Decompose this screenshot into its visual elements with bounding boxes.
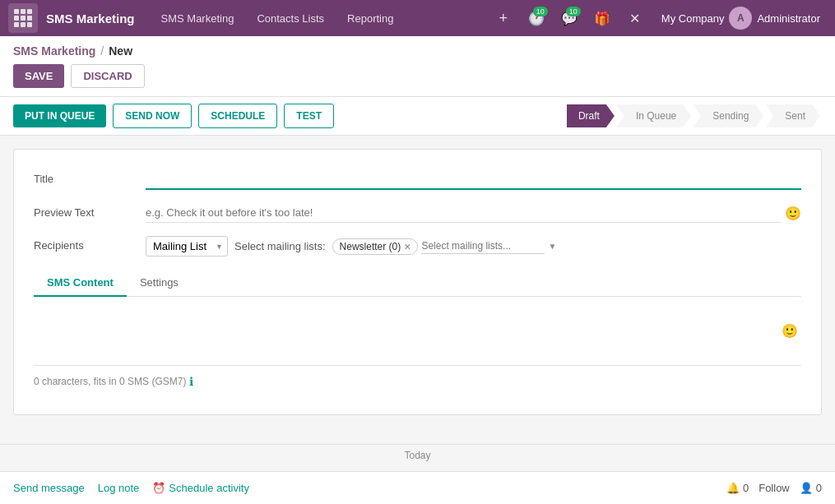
mailing-list-input[interactable] [421, 238, 545, 254]
company-name: My Company [661, 12, 725, 25]
sms-textarea-wrapper: 🙂 [34, 317, 801, 368]
breadcrumb-bar: SMS Marketing / New SAVE DISCARD [0, 36, 835, 97]
mailing-tags: Newsletter (0) × ▼ [332, 238, 557, 255]
status-bar: PUT IN QUEUE SEND NOW SCHEDULE TEST Draf… [0, 97, 835, 136]
test-button[interactable]: TEST [284, 104, 334, 128]
title-input[interactable] [146, 169, 801, 190]
tab-settings[interactable]: Settings [127, 270, 192, 297]
put-in-queue-button[interactable]: PUT IN QUEUE [13, 104, 106, 127]
stage-draft[interactable]: Draft [567, 104, 615, 127]
recipients-control: Mailing List Select mailing lists: Newsl… [146, 236, 801, 257]
title-control [146, 169, 801, 190]
chat-badge: 10 [566, 7, 581, 16]
user-name: Administrator [757, 12, 820, 25]
nav-reporting[interactable]: Reporting [337, 7, 403, 30]
workflow-buttons: PUT IN QUEUE SEND NOW SCHEDULE TEST [13, 104, 334, 128]
recipients-select-wrapper: Mailing List [146, 236, 228, 257]
nav-icons: + 🕐 10 💬 10 🎁 ✕ My Company A Administrat… [490, 3, 827, 33]
send-now-button[interactable]: SEND NOW [113, 104, 192, 128]
breadcrumb-separator: / [100, 44, 104, 58]
breadcrumb: SMS Marketing / New [13, 44, 822, 58]
title-row: Title [34, 169, 801, 190]
nav-links: SMS Marketing Contacts Lists Reporting [151, 7, 490, 30]
app-title: SMS Marketing [46, 12, 135, 25]
stage-bar: Draft In Queue Sending Sent [567, 104, 822, 128]
tab-sms-content[interactable]: SMS Content [34, 270, 127, 297]
preview-text-input[interactable] [146, 203, 782, 223]
stage-in-queue[interactable]: In Queue [616, 104, 691, 127]
info-icon[interactable]: ℹ [189, 375, 193, 388]
user-avatar: A [729, 7, 752, 30]
save-button[interactable]: SAVE [13, 64, 64, 88]
breadcrumb-current: New [109, 44, 132, 58]
sms-emoji-icon[interactable]: 🙂 [782, 323, 798, 339]
sms-textarea[interactable] [34, 317, 801, 366]
preview-text-control: 🙂 [146, 203, 801, 223]
schedule-button[interactable]: SCHEDULE [198, 104, 277, 128]
clock-badge: 10 [533, 7, 548, 16]
recipients-label: Recipients [34, 236, 132, 252]
preview-text-row: Preview Text 🙂 [34, 203, 801, 223]
dropdown-arrow-icon[interactable]: ▼ [548, 242, 556, 251]
settings-icon[interactable]: ✕ [622, 5, 648, 31]
top-navigation: SMS Marketing SMS Marketing Contacts Lis… [0, 0, 835, 36]
recipients-row-inner: Mailing List Select mailing lists: Newsl… [146, 236, 801, 257]
apps-grid-icon[interactable] [8, 3, 38, 33]
nav-sms-marketing[interactable]: SMS Marketing [151, 7, 244, 30]
nav-contacts-lists[interactable]: Contacts Lists [247, 7, 334, 30]
preview-emoji-icon[interactable]: 🙂 [785, 206, 801, 221]
recipients-row: Recipients Mailing List Select mailing l… [34, 236, 801, 257]
form-card: Title Preview Text 🙂 Recipients Mailing … [13, 149, 822, 415]
sms-char-count: 0 characters, fits in 0 SMS (GSM7) ℹ [34, 375, 801, 388]
title-label: Title [34, 169, 132, 185]
user-company-area[interactable]: My Company A Administrator [655, 3, 827, 33]
preview-text-label: Preview Text [34, 203, 132, 219]
add-icon[interactable]: + [490, 5, 517, 31]
gift-icon[interactable]: 🎁 [589, 5, 615, 31]
clock-icon[interactable]: 🕐 10 [523, 5, 550, 31]
char-count-text: 0 characters, fits in 0 SMS (GSM7) [34, 376, 186, 387]
main-content: Title Preview Text 🙂 Recipients Mailing … [0, 136, 835, 428]
sms-content-area: 🙂 0 characters, fits in 0 SMS (GSM7) ℹ [34, 310, 801, 395]
breadcrumb-parent[interactable]: SMS Marketing [13, 44, 95, 58]
discard-button[interactable]: DISCARD [71, 64, 144, 88]
newsletter-tag: Newsletter (0) × [332, 238, 419, 255]
stage-sent[interactable]: Sent [765, 104, 820, 127]
select-mailing-label: Select mailing lists: [234, 240, 326, 252]
action-buttons: SAVE DISCARD [13, 64, 822, 96]
recipients-select[interactable]: Mailing List [146, 236, 228, 257]
content-tabs: SMS Content Settings [34, 270, 801, 297]
tag-label: Newsletter (0) [340, 241, 401, 252]
tag-remove-icon[interactable]: × [404, 241, 411, 252]
chat-icon[interactable]: 💬 10 [556, 5, 582, 31]
stage-sending[interactable]: Sending [693, 104, 763, 127]
